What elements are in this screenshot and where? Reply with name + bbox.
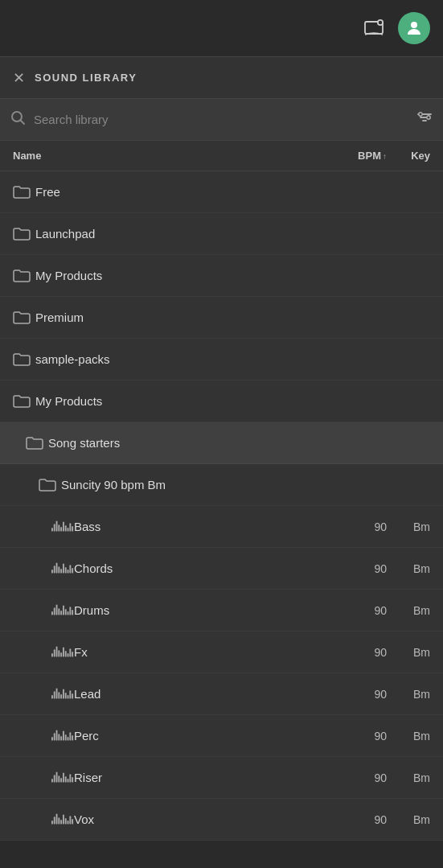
svg-rect-26 <box>63 563 64 573</box>
row-label: Fx <box>74 645 334 659</box>
filter-icon[interactable] <box>416 109 433 130</box>
svg-line-5 <box>21 121 25 125</box>
user-avatar[interactable] <box>398 12 430 44</box>
list-item[interactable]: Launchpad <box>0 213 443 255</box>
svg-rect-69 <box>69 732 71 740</box>
list-item[interactable]: Vox90Bm <box>0 799 443 841</box>
list-item[interactable]: Bass90Bm <box>0 506 443 548</box>
svg-rect-74 <box>58 775 59 782</box>
row-label: sample-packs <box>35 352 334 366</box>
screen-cast-icon[interactable] <box>359 14 388 43</box>
svg-rect-75 <box>60 778 62 783</box>
row-key: Bm <box>390 562 430 575</box>
row-bpm: 90 <box>334 562 390 575</box>
waveform-icon <box>51 688 74 700</box>
svg-rect-30 <box>72 568 73 574</box>
svg-point-9 <box>419 113 422 116</box>
svg-rect-39 <box>69 607 71 615</box>
svg-rect-27 <box>65 567 67 573</box>
list-item[interactable]: My Products <box>0 255 443 297</box>
row-bpm: 90 <box>334 813 390 826</box>
panel-header: ✕ SOUND LIBRARY <box>0 57 443 99</box>
top-bar <box>0 0 443 56</box>
svg-rect-54 <box>58 692 59 698</box>
svg-rect-52 <box>54 691 55 698</box>
row-label: Song starters <box>48 436 334 450</box>
svg-rect-12 <box>54 524 55 531</box>
list-item[interactable]: Free <box>0 171 443 213</box>
svg-rect-83 <box>56 814 58 825</box>
row-label: Vox <box>74 812 334 826</box>
row-label: Drums <box>74 603 334 617</box>
folder-icon <box>39 478 61 492</box>
svg-rect-72 <box>54 775 55 782</box>
waveform-icon <box>51 646 74 658</box>
row-bpm: 90 <box>334 604 390 617</box>
close-button[interactable]: ✕ <box>13 71 25 85</box>
list-item[interactable]: sample-packs <box>0 339 443 381</box>
svg-rect-24 <box>58 566 59 573</box>
list-item[interactable]: Riser90Bm <box>0 757 443 799</box>
svg-rect-36 <box>63 605 64 615</box>
svg-point-10 <box>427 116 430 119</box>
list-item[interactable]: Fx90Bm <box>0 631 443 673</box>
search-bar <box>0 99 443 141</box>
waveform-icon <box>51 730 74 742</box>
svg-rect-22 <box>54 566 55 573</box>
svg-rect-20 <box>72 526 73 532</box>
svg-rect-80 <box>72 777 73 783</box>
row-key: Bm <box>390 688 430 701</box>
svg-rect-79 <box>69 774 71 782</box>
svg-rect-18 <box>68 528 69 532</box>
svg-rect-77 <box>65 776 67 782</box>
row-label: Chords <box>74 562 334 575</box>
row-label: My Products <box>35 394 334 408</box>
file-list: Free Launchpad My Products Premium sampl… <box>0 171 443 841</box>
col-header-bpm[interactable]: BPM↑ <box>334 150 390 162</box>
svg-rect-78 <box>68 779 69 783</box>
svg-rect-23 <box>56 563 58 574</box>
search-input[interactable] <box>34 113 408 126</box>
folder-icon <box>26 436 48 450</box>
waveform-icon <box>51 771 74 784</box>
svg-rect-29 <box>69 565 71 573</box>
list-item[interactable]: My Products <box>0 381 443 422</box>
list-item[interactable]: Perc90Bm <box>0 715 443 757</box>
row-label: Premium <box>35 311 334 324</box>
svg-rect-82 <box>54 817 55 824</box>
list-item[interactable]: Drums90Bm <box>0 590 443 631</box>
svg-rect-66 <box>63 730 64 740</box>
list-item[interactable]: Suncity 90 bpm Bm <box>0 464 443 506</box>
row-label: Free <box>35 185 334 199</box>
svg-rect-31 <box>51 611 53 615</box>
column-headers: Name BPM↑ Key <box>0 141 443 171</box>
svg-rect-11 <box>51 528 53 532</box>
svg-rect-87 <box>65 818 67 824</box>
svg-rect-17 <box>65 525 67 531</box>
row-label: Perc <box>74 729 334 743</box>
list-item[interactable]: Lead90Bm <box>0 673 443 715</box>
list-item[interactable]: Premium <box>0 297 443 339</box>
folder-icon <box>13 394 35 408</box>
svg-rect-21 <box>51 570 53 574</box>
svg-rect-15 <box>60 527 62 532</box>
row-key: Bm <box>390 520 430 533</box>
row-key: Bm <box>390 646 430 659</box>
svg-rect-76 <box>63 772 64 782</box>
svg-rect-89 <box>69 816 71 824</box>
svg-rect-19 <box>69 523 71 531</box>
list-item[interactable]: Song starters <box>0 422 443 464</box>
row-key: Bm <box>390 771 430 784</box>
svg-rect-28 <box>68 570 69 574</box>
list-item[interactable]: Chords90Bm <box>0 548 443 590</box>
svg-rect-48 <box>68 653 69 657</box>
row-bpm: 90 <box>334 646 390 659</box>
row-bpm: 90 <box>334 688 390 701</box>
svg-rect-32 <box>54 607 55 615</box>
svg-point-3 <box>411 22 417 28</box>
svg-rect-90 <box>72 819 73 825</box>
svg-rect-42 <box>54 649 55 656</box>
row-label: Bass <box>74 520 334 533</box>
svg-rect-65 <box>60 736 62 741</box>
waveform-icon <box>51 604 74 616</box>
